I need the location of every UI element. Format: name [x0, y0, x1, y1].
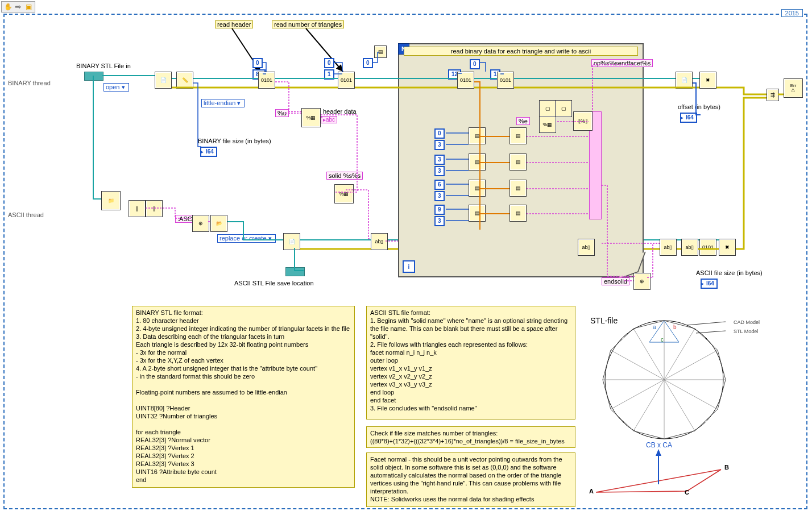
concat-endsolid[interactable]: ⊕ [633, 273, 651, 290]
label-ascii-thread: ASCII thread [8, 211, 44, 218]
stl-title: STL-file [590, 316, 618, 325]
format-into-string-big[interactable]: ⟦%⟧ [573, 111, 593, 131]
file-size-node[interactable]: 📏 [176, 72, 193, 89]
label-header-data: header data [323, 108, 357, 115]
tri-c: C [685, 489, 689, 496]
open-mode-ring[interactable]: open [103, 83, 129, 92]
write-endsolid-2[interactable]: ab▯ [681, 239, 698, 256]
array-subset-1[interactable]: ▤ [469, 127, 486, 144]
bool-neg-1[interactable]: ▢ [539, 100, 556, 117]
index-array-2[interactable]: ▤ [509, 153, 527, 171]
const-0-c: 0 [363, 58, 373, 68]
vertex-c-label: c [661, 337, 664, 343]
const-3-c: 3 [434, 166, 445, 176]
bool-neg-2[interactable]: ▢ [555, 100, 572, 117]
read-file-12floats[interactable]: 0101 [457, 72, 474, 89]
normal-formula: CB x CA [646, 441, 672, 449]
for-loop-i: i [403, 260, 415, 273]
write-endsolid[interactable]: ab▯ [660, 239, 677, 256]
svg-line-6 [664, 350, 718, 380]
svg-point-2 [605, 321, 723, 439]
array-subset-2[interactable]: ▤ [469, 153, 486, 171]
arrow-tool-icon[interactable]: ⇨ [14, 3, 22, 11]
close-binary-node[interactable]: ✖ [699, 72, 716, 89]
string-split-2[interactable]: ∥ [146, 200, 163, 217]
write-solid-text[interactable]: ab▯ [371, 233, 388, 250]
svg-marker-3 [603, 321, 726, 439]
file-mode-ring[interactable]: replace or create [217, 234, 276, 243]
label-offset: offset (in bytes) [678, 103, 720, 110]
vi-frame: 2015 read header read number of triangle… [3, 14, 807, 509]
index-array-1[interactable]: ▤ [509, 127, 527, 144]
format-solid-string[interactable]: %▦ [334, 184, 354, 203]
binary-file-path-terminal[interactable] [84, 72, 103, 81]
svg-line-8 [664, 380, 718, 409]
vertex-a-label: a [653, 324, 656, 330]
const-3-b: 3 [434, 155, 445, 165]
svg-line-17 [696, 331, 726, 333]
svg-line-12 [611, 380, 664, 409]
const-0-a: 0 [252, 58, 263, 68]
ascii-save-path-terminal[interactable] [285, 267, 305, 276]
label-binary-size: BINARY file size (in bytes) [198, 138, 271, 144]
scan-from-string-node[interactable]: %▦ [301, 108, 321, 127]
build-array-node[interactable]: ▤ [374, 45, 387, 58]
read-header-node[interactable]: 0101 [258, 72, 275, 89]
fmt-into-string-1[interactable]: %▦ [539, 116, 556, 133]
hand-tool-icon[interactable]: ✋ [4, 3, 12, 11]
label-read-header: read header [215, 20, 253, 28]
svg-line-5 [664, 329, 695, 380]
close-ascii-node[interactable]: ✖ [719, 239, 736, 256]
build-path[interactable]: 📂 [210, 215, 227, 232]
doc-check-size: Check if file size matches number of tri… [366, 426, 575, 448]
lv-toolbar[interactable]: ✋ ⇨ ▣ [1, 1, 35, 13]
const-6: 6 [434, 180, 445, 190]
doc-facet-normal: Facet normal - this should be a unit vec… [366, 452, 575, 507]
path-strip-node[interactable]: 📁 [101, 191, 121, 210]
array-subset-4[interactable]: ▤ [469, 205, 486, 222]
svg-line-9 [664, 380, 695, 431]
port-tool-icon[interactable]: ▣ [24, 3, 32, 11]
array-subset-3[interactable]: ▤ [469, 180, 486, 197]
read-attr-bytes[interactable]: 0101 [497, 72, 514, 89]
error-handler[interactable]: Err⚠ [784, 78, 803, 98]
open-ascii-file[interactable]: 📄 [283, 233, 300, 250]
read-numtri-node[interactable]: 0101 [338, 72, 355, 89]
const-9: 9 [434, 205, 445, 215]
label-binary-file-in: BINARY STL File in [76, 63, 131, 69]
format-e: %e [516, 117, 530, 125]
const-3-d: 3 [434, 191, 445, 201]
endian-ring[interactable]: little-endian [201, 99, 245, 107]
endsolid-const: endsolid [602, 277, 629, 285]
index-array-3[interactable]: ▤ [509, 180, 527, 197]
header-data-indicator: ▸abc [321, 116, 337, 123]
open-file-node[interactable]: 📄 [155, 72, 172, 89]
svg-marker-19 [656, 449, 661, 456]
svg-line-15 [633, 329, 664, 380]
label-binary-thread: BINARY thread [8, 80, 51, 86]
format-u: %u [275, 109, 289, 117]
label-ascii-save: ASCII STL File save location [234, 280, 314, 286]
index-array-4[interactable]: ▤ [509, 205, 527, 222]
get-offset-node[interactable]: 📄 [676, 72, 693, 89]
merge-errors[interactable]: ⇶ [767, 89, 779, 101]
const-0-d: 0 [470, 59, 480, 69]
tri-b: B [724, 464, 729, 471]
endfacet-format: op%s%sendfacet%s [591, 59, 653, 67]
binary-size-indicator: I64 [200, 147, 217, 157]
solid-format: solid %s%s [326, 172, 363, 180]
concat-ascii-name[interactable]: ⊕ [192, 215, 209, 232]
vertex-b-label: b [673, 324, 677, 330]
const-0-e: 0 [434, 128, 445, 139]
write-text-loop[interactable]: ab▯ [578, 239, 595, 256]
svg-line-11 [633, 380, 664, 431]
ascii-file-size-node[interactable]: 0101 [699, 239, 716, 256]
const-3-e: 3 [434, 216, 445, 226]
doc-ascii-format: ASCII STL file format: 1. Begins with "s… [366, 306, 575, 420]
label-ascii-size: ASCII file size (in bytes) [696, 269, 763, 276]
offset-indicator: I64 [680, 113, 697, 123]
string-split-1[interactable]: ∥ [129, 200, 146, 217]
const-3-a: 3 [434, 140, 445, 150]
stl-caption: STL Model [734, 329, 758, 334]
const-1: 1 [324, 69, 334, 80]
